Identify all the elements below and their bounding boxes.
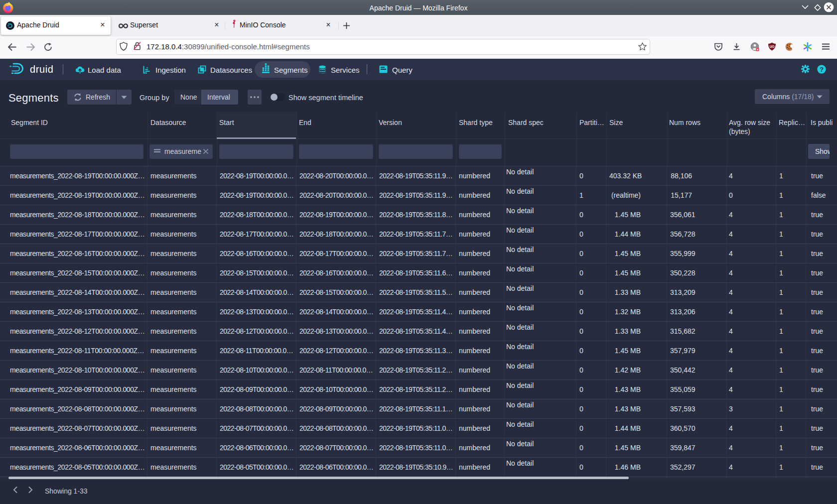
svg-text:?: ? bbox=[820, 66, 824, 73]
svg-text:UO: UO bbox=[770, 45, 775, 48]
